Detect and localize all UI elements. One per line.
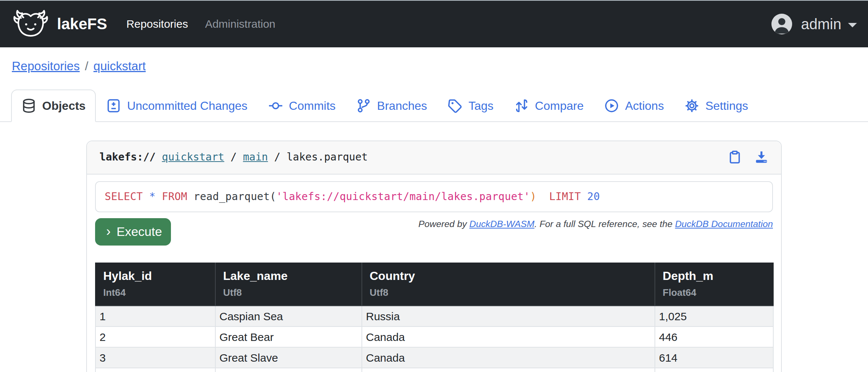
object-viewer-card: lakefs:// quickstart / main / lakes.parq… xyxy=(86,141,782,372)
results-table: Hylak_idInt64Lake_nameUtf8CountryUtf8Dep… xyxy=(95,263,774,372)
column-type: Utf8 xyxy=(370,287,647,298)
tab-settings[interactable]: Settings xyxy=(674,89,758,122)
execute-row: ›Execute Powered by DuckDB-WASM. For a f… xyxy=(95,218,773,246)
uri-scheme: lakefs:// xyxy=(100,151,156,163)
database-icon xyxy=(21,98,36,113)
table-cell: 446 xyxy=(655,327,773,347)
column-header-hylak_id: Hylak_idInt64 xyxy=(95,263,215,306)
user-icon xyxy=(771,14,792,34)
sql-token xyxy=(581,190,587,203)
tab-tags[interactable]: Tags xyxy=(437,89,504,122)
path-separator: / xyxy=(274,151,280,163)
column-header-lake_name: Lake_nameUtf8 xyxy=(215,263,362,306)
tab-label: Settings xyxy=(705,99,748,113)
navbar-links: RepositoriesAdministration xyxy=(126,18,275,30)
repo-link[interactable]: quickstart xyxy=(162,151,225,163)
column-type: Int64 xyxy=(103,287,208,298)
chevron-down-icon xyxy=(848,23,857,27)
table-row: 3Great SlaveCanada614 xyxy=(95,347,773,368)
sql-token: ) xyxy=(530,190,536,203)
table-cell: Russia xyxy=(362,306,655,327)
table-cell: 2 xyxy=(95,327,215,347)
repo-tabs: ObjectsUncommitted ChangesCommitsBranche… xyxy=(0,89,868,122)
column-name: Depth_m xyxy=(663,269,766,283)
table-cell: Great Bear xyxy=(215,327,362,347)
tag-icon xyxy=(448,98,462,113)
tab-label: Commits xyxy=(289,99,336,113)
table-cell: Winnipeg xyxy=(215,368,362,372)
breadcrumb: Repositories/quickstart xyxy=(0,47,868,84)
table-cell: 4 xyxy=(95,368,215,372)
sql-token: 20 xyxy=(587,190,600,203)
path-separator: / xyxy=(231,151,237,163)
execute-button[interactable]: ›Execute xyxy=(95,218,171,246)
tab-label: Objects xyxy=(42,99,85,113)
breadcrumb-separator: / xyxy=(85,59,88,73)
tab-compare[interactable]: Compare xyxy=(504,89,594,122)
copy-icon[interactable] xyxy=(728,149,742,165)
table-row: 1Caspian SeaRussia1,025 xyxy=(95,306,773,327)
brand[interactable]: lakeFS xyxy=(57,15,107,33)
compare-icon xyxy=(514,98,529,113)
sql-editor[interactable]: SELECT * FROM read_parquet('lakefs://qui… xyxy=(95,181,773,212)
sql-token: read_parquet( xyxy=(187,190,276,203)
column-name: Hylak_id xyxy=(103,269,208,283)
avatar[interactable] xyxy=(771,14,792,34)
object-viewer-body: SELECT * FROM read_parquet('lakefs://qui… xyxy=(87,175,781,372)
column-type: Float64 xyxy=(663,287,766,298)
table-row: 4WinnipegCanada36 xyxy=(95,368,773,372)
table-cell: Caspian Sea xyxy=(215,306,362,327)
tab-uncommitted-changes[interactable]: Uncommitted Changes xyxy=(96,89,258,122)
table-cell: 614 xyxy=(655,347,773,368)
object-name: lakes.parquet xyxy=(287,151,368,163)
note-text: Powered by xyxy=(418,219,470,229)
table-cell: Canada xyxy=(362,327,655,347)
column-name: Lake_name xyxy=(223,269,354,283)
tab-content: lakefs:// quickstart / main / lakes.parq… xyxy=(86,141,782,372)
tab-objects[interactable]: Objects xyxy=(11,89,96,122)
column-header-depth_m: Depth_mFloat64 xyxy=(655,263,773,306)
duckdb-wasm-link[interactable]: DuckDB-WASM xyxy=(470,219,535,229)
tab-label: Compare xyxy=(535,99,584,113)
tab-branches[interactable]: Branches xyxy=(346,89,437,122)
tab-actions[interactable]: Actions xyxy=(594,89,674,122)
column-type: Utf8 xyxy=(223,287,354,298)
sql-token: LIMIT xyxy=(549,190,581,203)
sql-token xyxy=(536,190,549,203)
tab-label: Branches xyxy=(377,99,427,113)
powered-by-note: Powered by DuckDB-WASM. For a full SQL r… xyxy=(418,218,773,230)
tab-label: Uncommitted Changes xyxy=(127,99,247,113)
gear-icon xyxy=(684,98,699,113)
sql-token: SELECT xyxy=(105,190,143,203)
table-cell: Canada xyxy=(362,368,655,372)
table-cell: Canada xyxy=(362,347,655,368)
execute-label: Execute xyxy=(117,224,162,239)
branch-link[interactable]: main xyxy=(243,151,268,163)
object-actions xyxy=(728,149,768,165)
nav-link-repositories[interactable]: Repositories xyxy=(126,18,188,30)
breadcrumb-link-quickstart[interactable]: quickstart xyxy=(94,59,146,73)
file-diff-icon xyxy=(106,98,121,113)
table-cell: Great Slave xyxy=(215,347,362,368)
lakefs-logo-icon[interactable] xyxy=(13,9,49,39)
note-text: . For a full SQL reference, see the xyxy=(534,219,675,229)
nav-link-administration[interactable]: Administration xyxy=(205,18,275,30)
results-header-row: Hylak_idInt64Lake_nameUtf8CountryUtf8Dep… xyxy=(95,263,773,306)
commit-icon xyxy=(268,98,283,113)
user-menu[interactable]: admin xyxy=(771,14,857,34)
tab-label: Actions xyxy=(625,99,664,113)
sql-token xyxy=(143,190,149,203)
sql-token xyxy=(155,190,162,203)
download-icon[interactable] xyxy=(754,149,768,165)
duckdb-docs-link[interactable]: DuckDB Documentation xyxy=(675,219,773,229)
chevron-right-icon: › xyxy=(106,224,111,239)
user-menu-label[interactable]: admin xyxy=(801,16,841,33)
table-row: 2Great BearCanada446 xyxy=(95,327,773,347)
play-circle-icon xyxy=(604,98,619,113)
breadcrumb-link-repositories[interactable]: Repositories xyxy=(12,59,80,73)
tab-label: Tags xyxy=(468,99,494,113)
table-cell: 1,025 xyxy=(655,306,773,327)
table-cell: 36 xyxy=(655,368,773,372)
table-cell: 3 xyxy=(95,347,215,368)
tab-commits[interactable]: Commits xyxy=(258,89,346,122)
